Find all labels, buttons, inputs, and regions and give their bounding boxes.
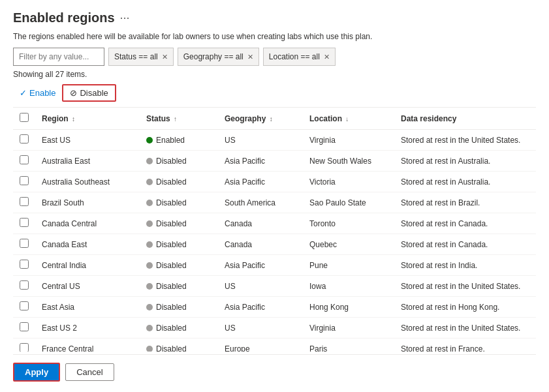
row-checkbox[interactable] — [20, 155, 29, 164]
table-row: France Central Disabled Europe Paris Sto… — [13, 339, 536, 352]
row-checkbox[interactable] — [20, 343, 29, 352]
col-header-status[interactable]: Status ↑ — [140, 108, 218, 130]
status-dot-icon — [146, 283, 153, 290]
col-header-location[interactable]: Location ↓ — [303, 108, 394, 130]
row-checkbox-cell[interactable] — [13, 318, 35, 339]
filter-input[interactable] — [13, 48, 104, 66]
status-sort-icon: ↑ — [174, 115, 177, 123]
table-row: Canada East Disabled Canada Quebec Store… — [13, 234, 536, 255]
row-checkbox[interactable] — [20, 280, 29, 290]
row-checkbox[interactable] — [20, 301, 29, 310]
cell-status: Disabled — [140, 276, 218, 297]
cell-location: Pune — [303, 255, 394, 276]
filter-bar: Status == all ✕ Geography == all ✕ Locat… — [13, 48, 536, 66]
row-checkbox-cell[interactable] — [13, 255, 35, 276]
status-filter-close-icon[interactable]: ✕ — [162, 53, 168, 61]
cell-status: Disabled — [140, 318, 218, 339]
cell-region: East Asia — [35, 297, 140, 318]
cell-region: Canada East — [35, 234, 140, 255]
row-checkbox-cell[interactable] — [13, 192, 35, 213]
row-checkbox-cell[interactable] — [13, 297, 35, 318]
cell-data-residency: Stored at rest in the United States. — [394, 276, 536, 297]
row-checkbox[interactable] — [20, 134, 29, 143]
cell-data-residency: Stored at rest in India. — [394, 255, 536, 276]
cell-geography: US — [218, 276, 303, 297]
row-checkbox-cell[interactable] — [13, 130, 35, 151]
row-checkbox-cell[interactable] — [13, 234, 35, 255]
status-dot-icon — [146, 304, 153, 310]
cell-region: Australia Southeast — [35, 172, 140, 192]
row-checkbox-cell[interactable] — [13, 213, 35, 234]
row-checkbox[interactable] — [20, 176, 29, 185]
status-dot-icon — [146, 220, 153, 227]
status-dot-icon — [146, 241, 153, 248]
cell-location: Victoria — [303, 172, 394, 192]
cell-region: East US — [35, 130, 140, 151]
row-checkbox-cell[interactable] — [13, 151, 35, 172]
status-dot-icon — [146, 346, 153, 352]
row-checkbox-cell[interactable] — [13, 172, 35, 192]
status-filter-tag[interactable]: Status == all ✕ — [108, 48, 174, 66]
cell-region: East US 2 — [35, 318, 140, 339]
select-all-header[interactable] — [13, 108, 35, 130]
cell-region: Central India — [35, 255, 140, 276]
cell-location: Toronto — [303, 213, 394, 234]
cell-status: Disabled — [140, 255, 218, 276]
cell-geography: Canada — [218, 234, 303, 255]
cell-data-residency: Stored at rest in Hong Kong. — [394, 297, 536, 318]
page-header: Enabled regions ··· — [13, 10, 536, 25]
select-all-checkbox[interactable] — [20, 113, 29, 122]
loc-filter-close-icon[interactable]: ✕ — [324, 53, 330, 61]
cell-geography: Asia Pacific — [218, 255, 303, 276]
showing-count: Showing all 27 items. — [13, 70, 536, 79]
header-menu-dots[interactable]: ··· — [120, 11, 130, 25]
row-checkbox-cell[interactable] — [13, 276, 35, 297]
row-checkbox[interactable] — [20, 322, 29, 331]
cancel-button[interactable]: Cancel — [65, 363, 114, 381]
cell-region: Brazil South — [35, 192, 140, 213]
cell-location: Paris — [303, 339, 394, 352]
status-dot-icon — [146, 137, 153, 143]
cell-data-residency: Stored at rest in Australia. — [394, 172, 536, 192]
cell-status: Disabled — [140, 297, 218, 318]
cell-data-residency: Stored at rest in the United States. — [394, 318, 536, 339]
table-row: Brazil South Disabled South America Sao … — [13, 192, 536, 213]
cell-data-residency: Stored at rest in Australia. — [394, 151, 536, 172]
geo-sort-icon: ↕ — [270, 115, 273, 123]
row-checkbox[interactable] — [20, 239, 29, 248]
page-title: Enabled regions — [13, 10, 115, 25]
cell-location: Virginia — [303, 130, 394, 151]
cell-location: Sao Paulo State — [303, 192, 394, 213]
cell-status: Disabled — [140, 213, 218, 234]
apply-button[interactable]: Apply — [13, 363, 60, 382]
cell-region: Australia East — [35, 151, 140, 172]
table-row: Central India Disabled Asia Pacific Pune… — [13, 255, 536, 276]
checkmark-icon: ✓ — [20, 88, 27, 98]
enable-button[interactable]: ✓ Enable — [13, 85, 62, 100]
toolbar: ✓ Enable ⊘ Disable — [13, 84, 536, 102]
disable-button[interactable]: ⊘ Disable — [62, 84, 116, 102]
geo-filter-tag[interactable]: Geography == all ✕ — [178, 48, 259, 66]
cell-location: Hong Kong — [303, 297, 394, 318]
row-checkbox[interactable] — [20, 260, 29, 269]
geo-filter-close-icon[interactable]: ✕ — [247, 53, 253, 61]
col-header-geography[interactable]: Geography ↕ — [218, 108, 303, 130]
loc-filter-tag[interactable]: Location == all ✕ — [263, 48, 336, 66]
row-checkbox[interactable] — [20, 197, 29, 206]
col-header-region[interactable]: Region ↕ — [35, 108, 140, 130]
cell-data-residency: Stored at rest in France. — [394, 339, 536, 352]
cell-region: France Central — [35, 339, 140, 352]
cell-status: Enabled — [140, 130, 218, 151]
row-checkbox-cell[interactable] — [13, 339, 35, 352]
cell-status: Disabled — [140, 234, 218, 255]
cell-location: Iowa — [303, 276, 394, 297]
table-row: East US 2 Disabled US Virginia Stored at… — [13, 318, 536, 339]
cell-status: Disabled — [140, 339, 218, 352]
regions-table: Region ↕ Status ↑ Geography ↕ Location ↓ — [13, 108, 536, 352]
cell-location: Virginia — [303, 318, 394, 339]
cell-status: Disabled — [140, 172, 218, 192]
table-row: Canada Central Disabled Canada Toronto S… — [13, 213, 536, 234]
cell-data-residency: Stored at rest in Canada. — [394, 213, 536, 234]
cell-geography: Asia Pacific — [218, 151, 303, 172]
row-checkbox[interactable] — [20, 218, 29, 227]
